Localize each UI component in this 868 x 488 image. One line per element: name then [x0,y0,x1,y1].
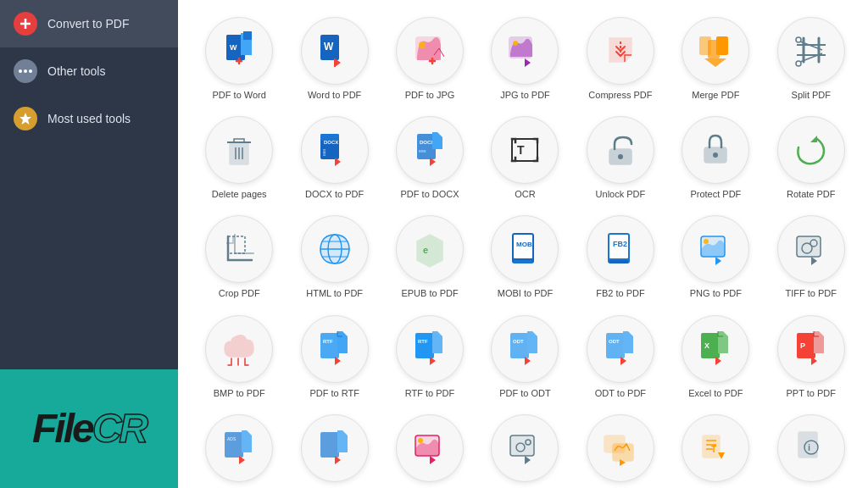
svg-text:i: i [808,442,810,452]
svg-point-15 [513,41,518,46]
tool-word-to-pdf[interactable]: W Word to PDF [289,12,379,106]
svg-point-73 [418,438,423,443]
svg-text:T: T [711,445,716,454]
sidebar: Convert to PDF Other tools Most used too… [0,0,178,488]
svg-point-51 [704,239,709,244]
tool-merge-pdf[interactable]: Merge PDF [670,12,760,106]
tool-mobi-to-pdf[interactable]: MOBI MOBI to PDF [480,210,570,304]
tool-label: RTF to PDF [405,388,454,399]
tool-split-pdf[interactable]: Split PDF [766,12,856,106]
tool-html-to-pdf[interactable]: HTML to PDF [289,210,379,304]
tool-label: Unlock PDF [596,189,646,200]
svg-rect-79 [613,444,633,461]
svg-text:MOBI: MOBI [516,241,534,248]
tool-label: BMP to PDF [214,388,265,399]
tool-delete-pages[interactable]: Delete pages [194,111,284,205]
tool-protect-pdf[interactable]: Protect PDF [670,111,760,205]
svg-text:≡: ≡ [323,152,326,157]
tool-fb2-to-pdf[interactable]: FB2 FB2 to PDF [576,210,665,304]
svg-point-4 [29,69,32,73]
tool-pdf-to-png[interactable]: PDF to PNG [385,409,475,488]
svg-point-33 [618,154,623,159]
tool-pdf-to-word[interactable]: W PDF to Word [194,12,284,106]
tool-label: DOCX to PDF [305,189,364,200]
tool-label: PPT to PDF [787,388,836,399]
svg-marker-39 [417,235,442,267]
svg-rect-70 [320,432,339,458]
svg-text:ODT: ODT [609,339,620,344]
tool-excel-to-pdf[interactable]: X Excel to PDF [670,310,760,404]
tool-pdf-to-docx[interactable]: DOCX ≡≡≡ PDF to DOCX [385,111,475,205]
svg-point-35 [713,152,718,158]
svg-marker-5 [19,113,31,125]
svg-text:W: W [324,41,334,53]
svg-text:FB2: FB2 [613,240,627,248]
tool-pdf-to-tiff[interactable]: PDF to TIFF [480,409,570,488]
sidebar-item-other[interactable]: Other tools [0,47,178,95]
svg-text:≡≡≡: ≡≡≡ [419,148,426,153]
tool-compress-pdf[interactable]: Compress PDF [576,12,665,106]
tool-epub-to-pdf[interactable]: e EPUB to PDF [385,210,475,304]
svg-text:RTF: RTF [323,339,333,344]
tool-pdf-to-jpg[interactable]: PDF to JPG [385,12,475,106]
svg-text:DOCX: DOCX [420,140,434,145]
tool-label: PDF to RTF [309,388,359,399]
tool-extract-text[interactable]: T Extract text [670,409,760,488]
tool-label: PDF to JPG [405,90,455,101]
tools-grid: W PDF to Word W [191,8,860,488]
tool-png-to-pdf[interactable]: PNG to PDF [670,210,760,304]
svg-point-13 [419,42,426,48]
svg-rect-74 [510,435,534,456]
sidebar-item-convert[interactable]: Convert to PDF [0,0,178,47]
tool-label: Word to PDF [308,90,361,101]
tool-odt-to-pdf[interactable]: ODT ODT to PDF [576,310,665,404]
svg-rect-56 [320,333,339,358]
sidebar-label-mostused: Most used tools [47,112,131,125]
tool-label: OCR [515,189,535,200]
svg-text:T: T [517,143,525,157]
svg-text:RTF: RTF [418,339,428,344]
tool-bmp-to-pdf[interactable]: BMP to PDF [194,310,284,404]
tool-docx-to-pdf[interactable]: DOCX ≡ ≡ DOCX to PDF [289,111,379,205]
tool-ocr[interactable]: T OCR [480,111,570,205]
tool-pdf-to-odt[interactable]: ODT PDF to ODT [480,310,570,404]
tool-rotate-pdf[interactable]: Rotate PDF [766,111,856,205]
tool-label: Rotate PDF [787,189,835,200]
tool-label: PDF to Word [213,90,266,101]
tool-label: MOBI to PDF [498,288,553,299]
svg-point-3 [24,69,27,73]
tool-ads-pda[interactable]: ADS ADS→PDA [194,409,284,488]
svg-rect-60 [510,333,529,358]
svg-rect-62 [606,333,625,358]
tool-label: TIFF to PDF [786,288,837,299]
tool-extract-images[interactable]: Extract images [576,409,665,488]
tool-tiff-to-pdf[interactable]: TIFF to PDF [766,210,856,304]
tool-crop-pdf[interactable]: Crop PDF [194,210,284,304]
tool-label: PNG to PDF [690,288,742,299]
tool-label: PDF to DOCX [401,189,459,200]
tool-label: Crop PDF [219,288,260,299]
tool-label: JPG to PDF [500,90,550,101]
svg-rect-44 [514,260,532,263]
tool-label: Split PDF [792,90,831,101]
tool-label: EPUB to PDF [401,288,458,299]
tool-edit-metadata[interactable]: i Edit metadata [766,409,856,488]
tool-label: Protect PDF [690,189,741,200]
filecr-watermark: FileCR [0,369,178,488]
tool-unlock-pdf[interactable]: Unlock PDF [576,111,665,205]
tool-rtf-to-pdf[interactable]: RTF RTF to PDF [385,310,475,404]
sidebar-label-other: Other tools [47,64,105,78]
svg-text:DOCX: DOCX [324,140,338,145]
other-icon [14,59,37,83]
tool-jpg-to-pdf[interactable]: JPG to PDF [480,12,570,106]
tool-label: HTML to PDF [306,288,363,299]
sidebar-item-mostused[interactable]: Most used tools [0,95,178,142]
tool-to-pp[interactable]: →PP [289,409,379,488]
star-icon [14,107,37,130]
tool-pdf-to-rtf[interactable]: RTF PDF to RTF [289,310,379,404]
svg-text:X: X [704,341,709,350]
tool-ppt-to-pdf[interactable]: P PPT to PDF [766,310,856,404]
svg-text:P: P [800,341,805,350]
svg-marker-9 [243,31,252,40]
svg-text:W: W [230,43,237,52]
